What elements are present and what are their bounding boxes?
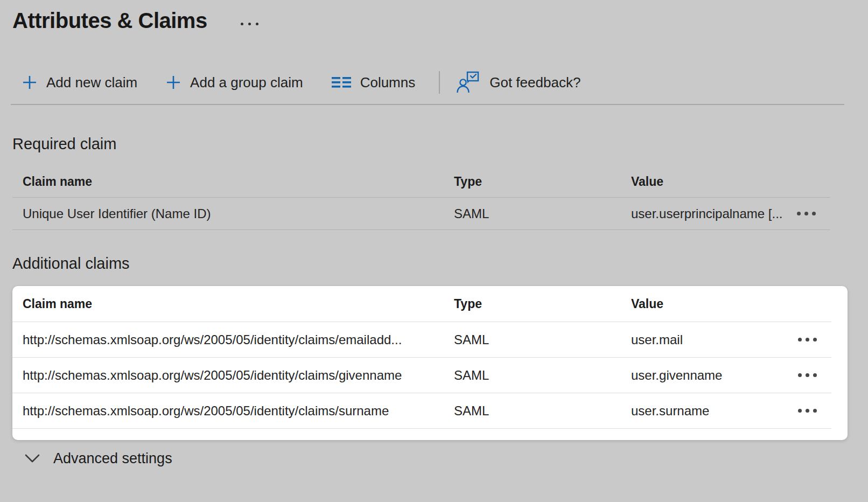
page-header: Attributes & Claims bbox=[12, 6, 868, 36]
table-row-wrap: http://schemas.xmlsoap.org/ws/2005/05/id… bbox=[12, 322, 831, 358]
table-row[interactable]: Unique User Identifier (Name ID) SAML us… bbox=[12, 198, 830, 230]
more-options-icon bbox=[806, 338, 809, 341]
add-new-claim-button[interactable]: Add new claim bbox=[22, 74, 137, 91]
type-cell: SAML bbox=[454, 368, 631, 383]
value-cell: user.userprincipalname [... bbox=[631, 206, 782, 221]
required-claim-heading: Required claim bbox=[12, 134, 868, 154]
more-options-icon bbox=[806, 409, 809, 413]
more-options-icon bbox=[813, 409, 817, 413]
column-header-type: Type bbox=[454, 175, 631, 189]
ellipsis-icon bbox=[256, 23, 258, 25]
claim-name-cell: http://schemas.xmlsoap.org/ws/2005/05/id… bbox=[23, 368, 454, 383]
advanced-settings-toggle[interactable]: Advanced settings bbox=[24, 448, 868, 469]
column-header-claim-name: Claim name bbox=[23, 297, 454, 311]
add-group-claim-button[interactable]: Add a group claim bbox=[165, 74, 303, 91]
more-options-icon bbox=[804, 212, 808, 215]
type-cell: SAML bbox=[454, 332, 631, 347]
more-options-button[interactable] bbox=[793, 207, 820, 220]
type-cell: SAML bbox=[454, 206, 631, 221]
chevron-down-icon bbox=[24, 453, 40, 464]
edit-columns-icon bbox=[331, 74, 352, 90]
required-claim-table-header: Claim name Type Value bbox=[12, 166, 830, 198]
additional-claims-heading: Additional claims bbox=[12, 254, 868, 273]
required-claim-table: Claim name Type Value Unique User Identi… bbox=[12, 166, 830, 230]
more-options-button[interactable] bbox=[794, 333, 821, 346]
additional-claims-header-wrap: Claim name Type Value bbox=[12, 286, 831, 322]
plus-icon bbox=[22, 74, 38, 90]
value-cell: user.surname bbox=[631, 403, 783, 419]
command-bar: Add new claim Add a group claim Columns bbox=[22, 70, 868, 95]
value-cell: user.givenname bbox=[631, 368, 783, 383]
column-header-value: Value bbox=[631, 175, 782, 189]
got-feedback-label: Got feedback? bbox=[489, 74, 580, 91]
table-row[interactable]: http://schemas.xmlsoap.org/ws/2005/05/id… bbox=[12, 393, 831, 428]
more-options-icon bbox=[798, 338, 802, 341]
table-row[interactable]: http://schemas.xmlsoap.org/ws/2005/05/id… bbox=[12, 322, 831, 357]
more-options-icon bbox=[806, 373, 809, 377]
feedback-person-icon bbox=[456, 70, 481, 95]
add-new-claim-label: Add new claim bbox=[46, 74, 137, 91]
table-row-wrap: http://schemas.xmlsoap.org/ws/2005/05/id… bbox=[12, 393, 831, 429]
claim-name-cell: http://schemas.xmlsoap.org/ws/2005/05/id… bbox=[23, 403, 454, 419]
more-options-icon bbox=[813, 338, 817, 341]
claim-name-cell: Unique User Identifier (Name ID) bbox=[23, 206, 454, 221]
additional-claims-table: Claim name Type Value http://schemas.xml… bbox=[12, 286, 848, 440]
toolbar-rule bbox=[11, 104, 844, 105]
table-row[interactable]: http://schemas.xmlsoap.org/ws/2005/05/id… bbox=[12, 358, 831, 393]
column-header-claim-name: Claim name bbox=[23, 175, 454, 189]
more-options-icon bbox=[812, 212, 816, 215]
toolbar-divider bbox=[439, 71, 440, 94]
more-options-icon bbox=[798, 409, 802, 413]
type-cell: SAML bbox=[454, 403, 631, 419]
columns-button[interactable]: Columns bbox=[331, 74, 416, 91]
add-group-claim-label: Add a group claim bbox=[190, 74, 303, 91]
got-feedback-button[interactable]: Got feedback? bbox=[456, 70, 580, 95]
additional-claims-table-header: Claim name Type Value bbox=[12, 286, 831, 322]
value-cell: user.mail bbox=[631, 332, 783, 347]
ellipsis-icon bbox=[241, 23, 243, 25]
ellipsis-icon bbox=[248, 23, 251, 25]
page-menu-button[interactable] bbox=[241, 23, 258, 25]
claim-name-cell: http://schemas.xmlsoap.org/ws/2005/05/id… bbox=[23, 332, 454, 347]
column-header-type: Type bbox=[454, 297, 631, 311]
more-options-icon bbox=[797, 212, 801, 215]
page-title: Attributes & Claims bbox=[12, 6, 207, 34]
more-options-button[interactable] bbox=[794, 405, 821, 417]
column-header-value: Value bbox=[631, 297, 783, 311]
table-row-wrap: http://schemas.xmlsoap.org/ws/2005/05/id… bbox=[12, 358, 831, 393]
advanced-settings-label: Advanced settings bbox=[53, 450, 172, 467]
plus-icon bbox=[165, 74, 181, 90]
more-options-icon bbox=[798, 373, 802, 377]
more-options-icon bbox=[813, 373, 817, 377]
columns-label: Columns bbox=[360, 74, 416, 91]
more-options-button[interactable] bbox=[794, 369, 821, 381]
